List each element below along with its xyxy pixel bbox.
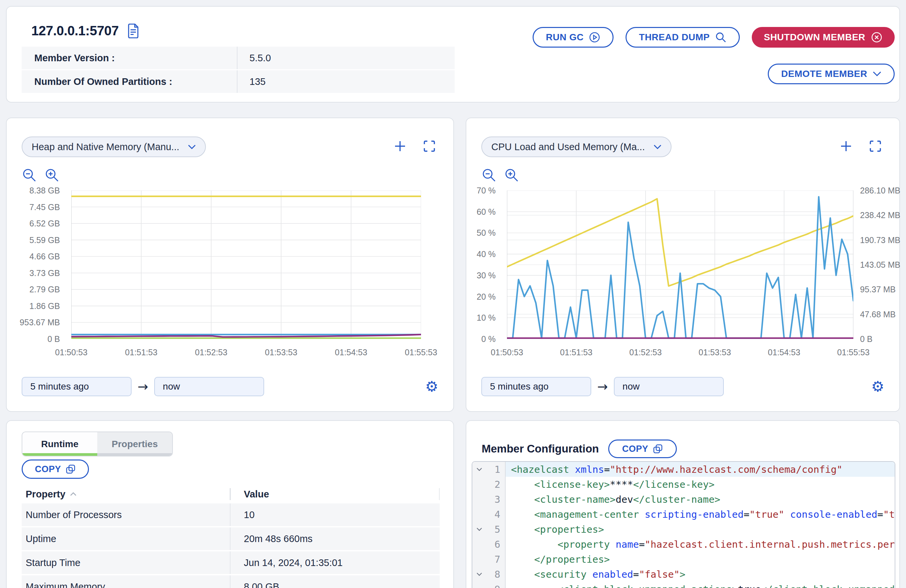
x-axis-labels: 01:50:5301:51:5301:52:5301:53:5301:54:53…: [507, 344, 853, 358]
code-text: <cluster-name>dev</cluster-name>: [506, 492, 895, 507]
y-axis-tick-label: 7.45 GB: [29, 202, 60, 212]
add-chart-icon[interactable]: [839, 140, 853, 153]
runtime-panel-card: Runtime Properties COPY Property Value N…: [6, 420, 454, 588]
line-number: 6: [486, 537, 506, 552]
line-number: 7: [486, 552, 506, 567]
property-cell: Maximum Memory: [22, 575, 231, 588]
time-to-input[interactable]: [614, 377, 724, 396]
chart-metric-selector[interactable]: Heap and Native Memory (Manu...: [22, 137, 206, 157]
value-cell: 8.00 GB: [231, 582, 279, 588]
line-number: 4: [486, 507, 506, 522]
y-axis-right-labels: 286.10 MB238.42 MB190.73 MB143.05 MB95.3…: [856, 190, 900, 339]
chart-selector-label: CPU Load and Used Memory (Ma...: [491, 142, 645, 153]
chart-canvas: [507, 190, 853, 339]
code-text: </properties>: [506, 552, 895, 567]
page-title: 127.0.0.1:5707: [31, 23, 119, 38]
chart-plot-area[interactable]: [71, 190, 421, 339]
x-axis-tick-label: 01:50:53: [491, 347, 523, 357]
y-axis-tick-label: 238.42 MB: [860, 210, 900, 220]
document-icon[interactable]: [127, 24, 139, 38]
y-axis-tick-label: 143.05 MB: [860, 260, 900, 270]
zoom-out-icon[interactable]: [22, 167, 37, 183]
y-axis-tick-label: 953.67 MB: [20, 318, 60, 327]
time-to-input[interactable]: [154, 377, 264, 396]
x-axis-tick-label: 01:52:53: [195, 347, 227, 357]
line-number: 3: [486, 492, 506, 507]
zoom-in-icon[interactable]: [44, 167, 60, 183]
x-axis-tick-label: 01:53:53: [265, 347, 297, 357]
zoom-in-icon[interactable]: [504, 167, 519, 183]
gear-icon[interactable]: ⚙: [425, 379, 439, 394]
x-axis-tick-label: 01:55:53: [837, 347, 869, 357]
fullscreen-icon[interactable]: [869, 140, 882, 153]
code-line: 3 <cluster-name>dev</cluster-name>: [472, 492, 895, 507]
heap-native-memory-chart-card: Heap and Native Memory (Manu... 8.38 GB7…: [6, 118, 454, 412]
thread-dump-button[interactable]: THREAD DUMP: [625, 27, 740, 48]
member-info-row: Member Version :5.5.0: [22, 46, 455, 69]
add-chart-icon[interactable]: [393, 140, 407, 153]
x-axis-tick-label: 01:54:53: [768, 347, 800, 357]
value-cell: 10: [231, 510, 254, 520]
gear-icon[interactable]: ⚙: [871, 379, 884, 394]
x-axis-tick-label: 01:51:53: [560, 347, 592, 357]
run-gc-button[interactable]: RUN GC: [533, 27, 614, 48]
fold-gutter: [472, 507, 486, 522]
search-icon: [715, 32, 726, 43]
column-header-property[interactable]: Property: [22, 488, 231, 500]
code-text: <hazelcast xmlns="http://www.hazelcast.c…: [506, 462, 895, 477]
y-axis-tick-label: 4.66 GB: [29, 252, 60, 261]
fold-gutter: [472, 552, 486, 567]
code-text: <client-block-unmapped-actions>true</cli…: [506, 582, 895, 588]
y-axis-tick-label: 0 %: [481, 334, 496, 344]
line-number: 1: [486, 462, 506, 477]
fullscreen-icon[interactable]: [423, 140, 436, 153]
shutdown-member-button[interactable]: SHUTDOWN MEMBER: [752, 27, 895, 48]
y-axis-tick-label: 40 %: [477, 249, 496, 259]
y-axis-tick-label: 50 %: [477, 228, 496, 238]
y-axis-tick-label: 60 %: [477, 207, 496, 217]
chart-metric-selector[interactable]: CPU Load and Used Memory (Ma...: [481, 137, 672, 157]
code-line: 1<hazelcast xmlns="http://www.hazelcast.…: [472, 462, 895, 477]
tab-properties[interactable]: Properties: [97, 432, 172, 456]
member-info-table: Member Version :5.5.0Number Of Owned Par…: [22, 46, 455, 94]
value-cell: 20m 48s 660ms: [231, 534, 313, 544]
copy-configuration-button[interactable]: COPY: [608, 440, 677, 458]
x-axis-tick-label: 01:51:53: [125, 347, 157, 357]
thread-dump-label: THREAD DUMP: [639, 32, 710, 43]
y-axis-tick-label: 3.73 GB: [29, 268, 60, 278]
line-number: 2: [486, 477, 506, 492]
time-from-input[interactable]: [22, 377, 132, 396]
x-circle-icon: [871, 31, 883, 43]
fold-gutter: [472, 582, 486, 588]
fold-toggle-icon[interactable]: [472, 522, 486, 537]
y-axis-tick-label: 95.37 MB: [860, 285, 896, 294]
runtime-tabs: Runtime Properties: [22, 432, 173, 456]
chevron-down-icon: [188, 145, 196, 150]
fold-toggle-icon[interactable]: [472, 462, 486, 477]
code-line: 6 <property name="hazelcast.client.inter…: [472, 537, 895, 552]
code-line: 7 </properties>: [472, 552, 895, 567]
y-axis-tick-label: 190.73 MB: [860, 235, 900, 245]
xml-code-editor[interactable]: 1<hazelcast xmlns="http://www.hazelcast.…: [472, 461, 895, 588]
runtime-table: Property Value Number of Processors10Upt…: [22, 485, 440, 588]
code-text: <properties>: [506, 522, 895, 537]
demote-member-label: DEMOTE MEMBER: [781, 69, 867, 79]
y-axis-tick-label: 5.59 GB: [29, 235, 60, 245]
copy-runtime-button[interactable]: COPY: [22, 459, 89, 479]
copy-icon: [653, 444, 663, 454]
column-header-value: Value: [231, 488, 440, 500]
demote-member-button[interactable]: DEMOTE MEMBER: [768, 64, 895, 84]
tab-runtime[interactable]: Runtime: [22, 432, 97, 456]
chart-plot-area[interactable]: [507, 190, 853, 339]
fold-gutter: [472, 492, 486, 507]
sort-asc-icon: [70, 492, 77, 496]
chart-selector-label: Heap and Native Memory (Manu...: [32, 142, 179, 153]
zoom-out-icon[interactable]: [481, 167, 497, 183]
y-axis-tick-label: 8.38 GB: [29, 186, 60, 196]
fold-gutter: [472, 477, 486, 492]
chevron-down-icon: [654, 145, 662, 150]
property-cell: Uptime: [22, 527, 231, 550]
fold-toggle-icon[interactable]: [472, 567, 486, 582]
member-configuration-title: Member Configuration: [482, 443, 599, 455]
time-from-input[interactable]: [481, 377, 591, 396]
